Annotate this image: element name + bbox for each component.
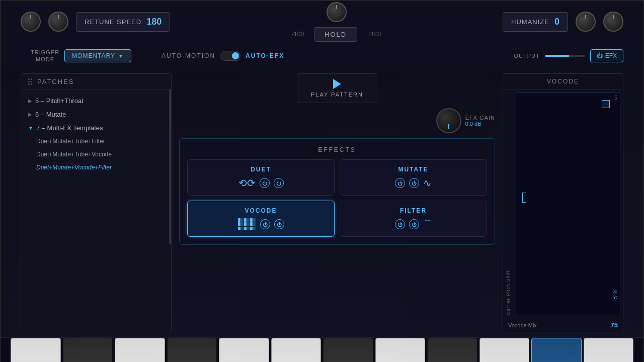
vocode-name: VOCODE xyxy=(245,207,277,214)
patches-title: PATCHES xyxy=(37,78,74,85)
vocode-mix-value: 75 xyxy=(611,321,618,329)
efx-power-icon: ⏻ xyxy=(597,52,603,59)
duet-power-off[interactable] xyxy=(260,178,270,188)
patch-item-7[interactable]: ▼ 7 – Multi-FX Templates xyxy=(21,121,171,135)
key-g[interactable]: G xyxy=(375,338,426,362)
key-c[interactable]: C xyxy=(11,338,61,362)
vocode-xy-labels: X: Y: xyxy=(613,289,617,300)
patch-item-6[interactable]: ▶ 6 – Mutate xyxy=(21,108,171,121)
trigger-mode-label: TRIGGER MODE xyxy=(31,49,59,63)
key-dsharp[interactable]: D# Eb xyxy=(167,338,217,362)
humanize-label: HUMANIZE xyxy=(511,18,549,26)
mutate-power-off[interactable] xyxy=(395,178,405,188)
key-b[interactable]: B xyxy=(584,338,634,362)
key-fsharp[interactable]: F# Gb xyxy=(323,338,373,362)
efx-label: EFX xyxy=(605,52,617,59)
vocode-mix-label: Vocode Mix xyxy=(508,322,537,328)
filter-controls: ⌒ xyxy=(395,218,432,230)
patches-drag-icon xyxy=(28,78,32,85)
mutate-wave-icon: ∿ xyxy=(423,177,432,189)
patches-scrollbar[interactable] xyxy=(169,89,171,244)
play-pattern-label: PLAY PATTERN xyxy=(311,92,363,98)
knob-left[interactable] xyxy=(21,12,41,32)
main-container: RETUNE SPEED 180 -100 HOLD +100 HUMANIZE… xyxy=(0,0,644,362)
patch-item-7b[interactable]: Duet+Mutate+Tube+Vocode xyxy=(21,148,171,161)
momentary-button[interactable]: MOMENTARY ▼ xyxy=(64,49,131,62)
vocode-grid-icon xyxy=(238,218,256,230)
vocode-cursor[interactable] xyxy=(602,100,610,108)
hold-button[interactable]: HOLD xyxy=(314,27,357,42)
filter-power-off[interactable] xyxy=(395,219,405,229)
knob-left2[interactable] xyxy=(48,12,68,32)
output-label: OUTPUT xyxy=(514,53,539,59)
effects-title: EFFECTS xyxy=(187,146,487,153)
filter-wave-icon: ⌒ xyxy=(423,218,432,230)
output-section: OUTPUT ⏻ EFX xyxy=(514,49,623,62)
key-d[interactable]: D xyxy=(115,338,165,362)
duet-power-on[interactable] xyxy=(274,178,284,188)
keyboard-section: C C# Db D D# Eb E F F# Gb G G# Ab xyxy=(1,337,643,362)
main-content: PATCHES ▶ 5 – Pitch+Throat ▶ 6 – Mutate … xyxy=(1,68,643,337)
effects-section: EFFECTS DUET ⟲⟳ MUTATE xyxy=(179,138,495,245)
key-f[interactable]: F xyxy=(271,338,321,362)
knob-right2[interactable] xyxy=(603,12,623,32)
filter-power-on[interactable] xyxy=(409,219,419,229)
toggle-knob xyxy=(232,52,239,59)
top-bar: RETUNE SPEED 180 -100 HOLD +100 HUMANIZE… xyxy=(1,1,643,43)
patch-7-arrow: ▼ xyxy=(28,125,33,131)
patch-5-arrow: ▶ xyxy=(28,98,32,104)
patch-7-label: 7 – Multi-FX Templates xyxy=(36,124,103,132)
patch-item-7c[interactable]: Duet+Mutate+Vocode+Filter xyxy=(21,161,171,174)
vocode-controls xyxy=(238,218,284,230)
hold-controls: -100 HOLD +100 xyxy=(292,27,381,42)
hold-plus-label: +100 xyxy=(367,31,381,38)
filter-effect-box: FILTER ⌒ xyxy=(340,201,487,237)
patch-7a-label: Duet+Mutate+Tube+Filter xyxy=(36,138,105,145)
trigger-section: TRIGGER MODE MOMENTARY ▼ xyxy=(31,49,131,63)
auto-efx-label: AUTO-EFX xyxy=(246,52,284,59)
duet-name: DUET xyxy=(251,166,271,173)
effects-grid: DUET ⟲⟳ MUTATE ∿ xyxy=(187,159,487,237)
humanize-box: HUMANIZE 0 xyxy=(503,12,568,32)
vocode-graph-area: Carrier Pitch Shift 5 X: Y: xyxy=(503,89,623,318)
vocode-power-on[interactable] xyxy=(274,219,284,229)
vocode-power-off[interactable] xyxy=(260,219,270,229)
patches-list: ▶ 5 – Pitch+Throat ▶ 6 – Mutate ▼ 7 – Mu… xyxy=(21,90,171,178)
vocode-effect-box: VOCODE xyxy=(187,201,335,237)
key-e[interactable]: E xyxy=(219,338,269,362)
vocode-panel-title: VOCODE xyxy=(503,74,623,89)
efx-gain-db: 0.0 dB xyxy=(465,121,495,127)
vocode-graph[interactable]: 5 X: Y: xyxy=(516,92,620,315)
mutate-power-on[interactable] xyxy=(409,178,419,188)
vocode-bracket xyxy=(522,193,526,203)
efx-power-button[interactable]: ⏻ EFX xyxy=(590,49,623,62)
patch-7b-label: Duet+Mutate+Tube+Vocode xyxy=(36,151,112,158)
patch-item-7a[interactable]: Duet+Mutate+Tube+Filter xyxy=(21,135,171,148)
retune-speed-box: RETUNE SPEED 180 xyxy=(76,12,170,32)
efx-gain-info: EFX GAIN 0.0 dB xyxy=(465,115,495,127)
patch-item-5[interactable]: ▶ 5 – Pitch+Throat xyxy=(21,94,171,108)
momentary-label: MOMENTARY xyxy=(72,52,115,59)
efx-gain-knob[interactable] xyxy=(436,108,461,133)
efx-gain-label: EFX GAIN xyxy=(465,115,495,121)
hold-minus-label: -100 xyxy=(292,31,304,38)
patches-panel: PATCHES ▶ 5 – Pitch+Throat ▶ 6 – Mutate … xyxy=(21,73,172,332)
patch-6-arrow: ▶ xyxy=(28,112,32,117)
efx-gain-section: EFX GAIN 0.0 dB xyxy=(179,108,495,133)
play-pattern-area: PLAY PATTERN xyxy=(179,73,495,103)
key-csharp[interactable]: C# Db xyxy=(63,338,113,362)
mutate-controls: ∿ xyxy=(395,177,432,189)
key-asharp[interactable]: A# Bb xyxy=(531,338,582,362)
momentary-dropdown-arrow: ▼ xyxy=(118,53,124,59)
vocode-5-marker: 5 xyxy=(614,95,617,101)
knob-right[interactable] xyxy=(576,12,596,32)
mutate-effect-box: MUTATE ∿ xyxy=(340,159,487,196)
knob-center[interactable] xyxy=(327,2,347,22)
key-gsharp[interactable]: G# Ab xyxy=(427,338,477,362)
auto-motion-toggle[interactable] xyxy=(220,51,240,61)
play-pattern-button[interactable]: PLAY PATTERN xyxy=(297,73,377,103)
key-a[interactable]: A xyxy=(479,338,530,362)
output-slider[interactable] xyxy=(545,55,585,57)
vocode-y-label: Y: xyxy=(613,295,617,300)
patch-6-label: 6 – Mutate xyxy=(35,111,66,118)
